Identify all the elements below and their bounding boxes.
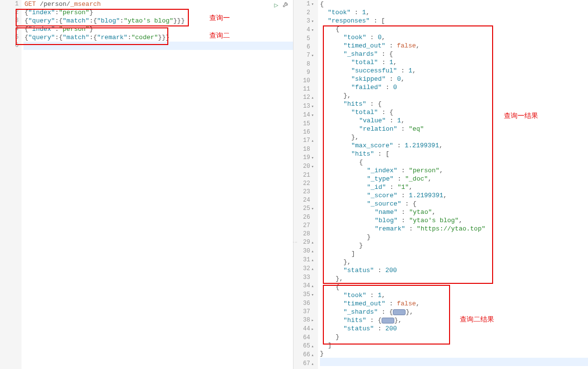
line-number: 65▴ [294,342,315,351]
line-number: 64 [294,334,315,342]
code-line[interactable]: } [320,349,588,358]
code-line[interactable]: {"query":{"match":{"remark":"coder"}}} [23,33,293,42]
line-number: 36 [294,300,315,308]
line-number: 37 [294,308,315,316]
fold-toggle-icon[interactable]: ▾ [310,52,315,60]
code-line[interactable]: "hits" : {}, [320,316,588,324]
annotation-label-result1: 查询一结果 [504,112,538,120]
collapsed-indicator-icon[interactable] [393,309,406,315]
code-line[interactable]: } [320,333,588,341]
code-line[interactable]: }, [320,92,588,100]
code-line[interactable]: "took" : 1, [320,291,588,300]
line-number: 13▾ [294,102,315,111]
line-number: 38▸ [294,316,315,325]
line-number: 67▴ [294,360,315,369]
code-line[interactable]: "_index" : "person", [320,166,588,175]
fold-toggle-icon[interactable]: ▾ [310,291,315,300]
fold-toggle-icon[interactable]: ▴ [310,351,315,360]
left-editor-body: 123456 GET /person/_msearch{"index":"per… [0,0,293,369]
code-line[interactable]: { [320,0,588,8]
code-line[interactable]: "took" : 0, [320,33,588,42]
line-number: 20▾ [294,162,315,171]
code-line[interactable]: "_id" : "1", [320,183,588,191]
fold-toggle-icon[interactable]: ▴ [310,137,315,145]
line-number: 24 [294,196,315,205]
fold-toggle-icon[interactable]: ▸ [310,325,315,334]
code-line[interactable]: "status" : 200 [320,324,588,333]
code-line[interactable]: "failed" : 0 [320,83,588,92]
code-line[interactable]: "hits" : { [320,100,588,108]
pane-divider-dots-icon[interactable]: ⋮ [292,240,297,245]
code-line[interactable]: { [320,158,588,166]
code-line[interactable]: "took" : 1, [320,8,588,17]
code-line[interactable]: "_shards" : { [320,50,588,58]
code-line[interactable]: "total" : { [320,108,588,116]
line-number: 1▾ [294,0,315,9]
code-line[interactable]: "responses" : [ [320,17,588,25]
code-line[interactable]: "remark" : "https://ytao.top" [320,225,588,233]
code-line[interactable]: "timed_out" : false, [320,42,588,50]
code-line[interactable]: {"index":"person"} [23,8,293,17]
code-line[interactable] [320,358,588,366]
line-number: 22 [294,180,315,188]
code-line[interactable] [23,42,293,50]
code-line[interactable]: }, [320,258,588,266]
line-number: 10 [294,77,315,85]
fold-toggle-icon[interactable]: ▴ [310,343,315,351]
code-line[interactable]: "max_score" : 1.2199391, [320,141,588,150]
line-number: 6 [0,42,19,50]
collapsed-indicator-icon[interactable] [382,318,394,323]
code-line[interactable]: ] [320,250,588,258]
fold-toggle-icon[interactable]: ▾ [310,112,315,120]
code-line[interactable]: "_type" : "_doc", [320,175,588,183]
code-line[interactable]: "blog" : "ytao's blog", [320,216,588,225]
code-line[interactable]: { [320,283,588,291]
line-number: 7▾ [294,51,315,60]
code-line[interactable]: { [320,25,588,33]
code-line[interactable]: "successful" : 1, [320,67,588,75]
code-line[interactable]: ] [320,341,588,349]
fold-toggle-icon[interactable]: ▴ [310,282,315,291]
fold-toggle-icon[interactable]: ▴ [310,360,315,369]
fold-toggle-icon[interactable]: ▾ [310,103,315,111]
fold-toggle-icon[interactable]: ▴ [310,239,315,247]
code-line[interactable]: "value" : 1, [320,116,588,125]
code-line[interactable]: "relation" : "eq" [320,125,588,133]
code-line[interactable]: "_score" : 1.2199391, [320,191,588,200]
fold-toggle-icon[interactable]: ▾ [310,154,315,162]
line-number: 26 [294,213,315,222]
code-line[interactable]: "_shards" : {}, [320,308,588,316]
code-line[interactable]: } [320,233,588,241]
line-number: 14▾ [294,111,315,120]
line-number: 33 [294,274,315,282]
response-code-area[interactable]: {"took" : 1,"responses" : [{"took" : 0,"… [318,0,588,369]
line-number: 27 [294,222,315,230]
code-line[interactable]: "timed_out" : false, [320,300,588,308]
fold-toggle-icon[interactable]: ▾ [310,163,315,171]
fold-toggle-icon[interactable]: ▸ [310,317,315,325]
fold-toggle-icon[interactable]: ▾ [310,205,315,213]
code-line[interactable]: GET /person/_msearch [23,0,293,8]
fold-toggle-icon[interactable]: ▾ [310,18,315,26]
line-number: 5 [0,33,19,42]
fold-toggle-icon[interactable]: ▾ [310,0,315,9]
code-line[interactable]: "total" : 1, [320,58,588,67]
code-line[interactable]: "name" : "ytao", [320,208,588,216]
code-line[interactable]: "status" : 200 [320,266,588,275]
fold-toggle-icon[interactable]: ▴ [310,248,315,256]
code-line[interactable]: } [320,241,588,250]
line-number: 66▴ [294,351,315,360]
code-line[interactable]: "skipped" : 0, [320,75,588,83]
right-editor-body: 1▾23▾4▾567▾89101112▴13▾14▾151617▴1819▾20… [294,0,588,369]
fold-toggle-icon[interactable]: ▴ [310,256,315,265]
code-line[interactable]: }, [320,133,588,141]
fold-toggle-icon[interactable]: ▴ [310,265,315,274]
code-line[interactable]: "_source" : { [320,200,588,208]
fold-toggle-icon[interactable]: ▴ [310,94,315,102]
code-line[interactable]: "hits" : [ [320,150,588,158]
request-code-area[interactable]: GET /person/_msearch{"index":"person"}{"… [22,0,293,369]
fold-toggle-icon[interactable]: ▾ [310,26,315,35]
code-line[interactable]: {"index":"person"} [23,25,293,33]
code-line[interactable]: {"query":{"match":{"blog":"ytao's blog"}… [23,17,293,25]
code-line[interactable]: }, [320,275,588,283]
